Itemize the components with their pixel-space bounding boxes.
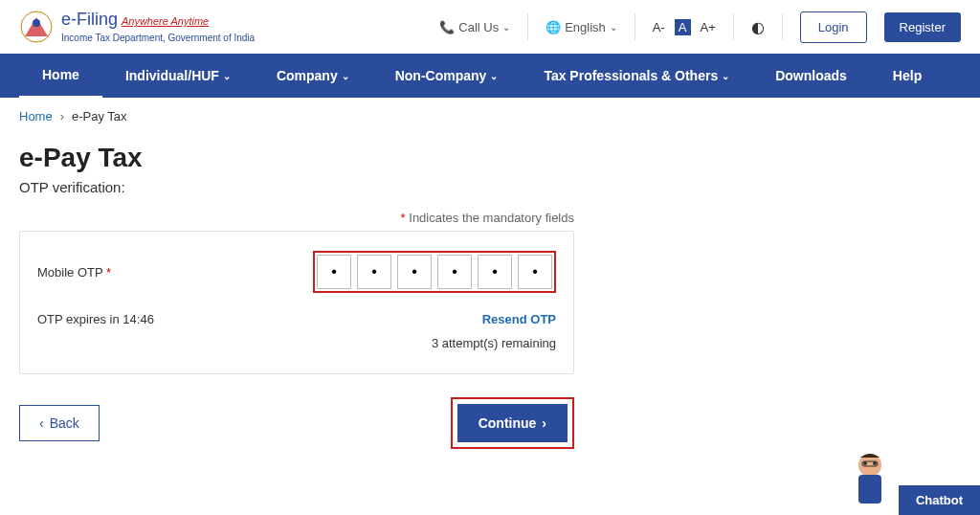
nav-downloads[interactable]: Downloads bbox=[752, 54, 870, 98]
svg-point-5 bbox=[873, 461, 877, 465]
nav-help[interactable]: Help bbox=[870, 54, 945, 98]
font-increase-button[interactable]: A+ bbox=[701, 20, 716, 34]
globe-icon: 🌐 bbox=[546, 20, 561, 34]
chevron-down-icon: ⌄ bbox=[490, 71, 498, 81]
divider bbox=[527, 13, 528, 40]
back-button[interactable]: ‹ Back bbox=[19, 405, 100, 441]
chevron-right-icon: › bbox=[542, 415, 546, 431]
chevron-left-icon: ‹ bbox=[39, 415, 44, 431]
otp-label: Mobile OTP * bbox=[37, 265, 301, 280]
action-row: ‹ Back Continue › bbox=[19, 397, 574, 449]
nav-individual[interactable]: Individual/HUF⌄ bbox=[102, 54, 254, 98]
chevron-down-icon: ⌄ bbox=[342, 71, 349, 81]
brand-name: e-Filing bbox=[61, 10, 118, 29]
divider bbox=[782, 13, 783, 40]
login-button[interactable]: Login bbox=[800, 11, 867, 43]
nav-company[interactable]: Company⌄ bbox=[254, 54, 372, 98]
chatbot-button[interactable]: Chatbot bbox=[899, 485, 980, 515]
main-content: Home › e-Pay Tax e-Pay Tax OTP verificat… bbox=[0, 98, 593, 478]
otp-digit-5[interactable] bbox=[478, 255, 512, 289]
svg-point-1 bbox=[33, 19, 40, 27]
department-subtext: Income Tax Department, Government of Ind… bbox=[61, 33, 255, 44]
nav-tax-professionals[interactable]: Tax Professionals & Others⌄ bbox=[521, 54, 752, 98]
continue-highlight: Continue › bbox=[451, 397, 574, 449]
otp-expire-text: OTP expires in 14:46 bbox=[37, 312, 154, 326]
language-label: English bbox=[565, 20, 606, 34]
language-dropdown[interactable]: 🌐 English ⌄ bbox=[546, 20, 617, 34]
font-normal-button[interactable]: A bbox=[675, 19, 691, 35]
breadcrumb-separator: › bbox=[60, 109, 64, 123]
chevron-down-icon: ⌄ bbox=[223, 71, 231, 81]
call-us-dropdown[interactable]: 📞 Call Us ⌄ bbox=[439, 20, 510, 34]
otp-inputs-highlight bbox=[313, 251, 556, 293]
svg-point-4 bbox=[863, 461, 867, 465]
main-nav: Home Individual/HUF⌄ Company⌄ Non-Compan… bbox=[0, 54, 980, 98]
chatbot-avatar-icon bbox=[841, 448, 899, 515]
resend-otp-link[interactable]: Resend OTP bbox=[482, 312, 556, 326]
breadcrumb-current: e-Pay Tax bbox=[72, 109, 127, 123]
otp-digit-2[interactable] bbox=[357, 255, 391, 289]
otp-card: Mobile OTP * OTP expires in 14:46 Resend… bbox=[19, 231, 574, 374]
chevron-down-icon: ⌄ bbox=[610, 22, 617, 33]
page-subtitle: OTP verification: bbox=[19, 179, 574, 195]
page-title: e-Pay Tax bbox=[19, 143, 574, 173]
breadcrumb: Home › e-Pay Tax bbox=[19, 109, 574, 123]
otp-digit-6[interactable] bbox=[518, 255, 552, 289]
header: e-Filing Anywhere Anytime Income Tax Dep… bbox=[0, 0, 980, 54]
chatbot-widget: Chatbot bbox=[841, 448, 980, 515]
chevron-down-icon: ⌄ bbox=[722, 71, 729, 81]
otp-digit-4[interactable] bbox=[437, 255, 472, 289]
header-right: 📞 Call Us ⌄ 🌐 English ⌄ A- A A+ ◐ Login … bbox=[439, 11, 961, 43]
svg-rect-3 bbox=[858, 475, 881, 504]
register-button[interactable]: Register bbox=[884, 12, 961, 42]
divider bbox=[733, 13, 734, 40]
otp-expire-row: OTP expires in 14:46 Resend OTP bbox=[37, 312, 556, 326]
otp-row: Mobile OTP * bbox=[37, 251, 556, 293]
asterisk-icon: * bbox=[401, 211, 406, 225]
nav-noncompany[interactable]: Non-Company⌄ bbox=[372, 54, 522, 98]
nav-home[interactable]: Home bbox=[19, 54, 102, 98]
call-us-label: Call Us bbox=[458, 20, 499, 34]
emblem-logo bbox=[19, 10, 54, 44]
otp-digit-1[interactable] bbox=[317, 255, 351, 289]
asterisk-icon: * bbox=[106, 265, 111, 280]
divider bbox=[635, 13, 635, 40]
font-decrease-button[interactable]: A- bbox=[653, 20, 665, 34]
logo-section: e-Filing Anywhere Anytime Income Tax Dep… bbox=[19, 10, 255, 44]
mandatory-note: * Indicates the mandatory fields bbox=[19, 211, 574, 225]
continue-button[interactable]: Continue › bbox=[457, 404, 568, 442]
chevron-down-icon: ⌄ bbox=[502, 22, 510, 33]
breadcrumb-home-link[interactable]: Home bbox=[19, 109, 53, 123]
tagline: Anywhere Anytime bbox=[122, 15, 209, 27]
logo-text: e-Filing Anywhere Anytime Income Tax Dep… bbox=[61, 10, 255, 44]
font-size-controls: A- A A+ bbox=[653, 19, 716, 35]
contrast-toggle-icon[interactable]: ◐ bbox=[751, 18, 765, 36]
otp-attempts-remaining: 3 attempt(s) remaining bbox=[37, 336, 556, 350]
otp-digit-3[interactable] bbox=[397, 255, 432, 289]
phone-icon: 📞 bbox=[439, 20, 455, 34]
